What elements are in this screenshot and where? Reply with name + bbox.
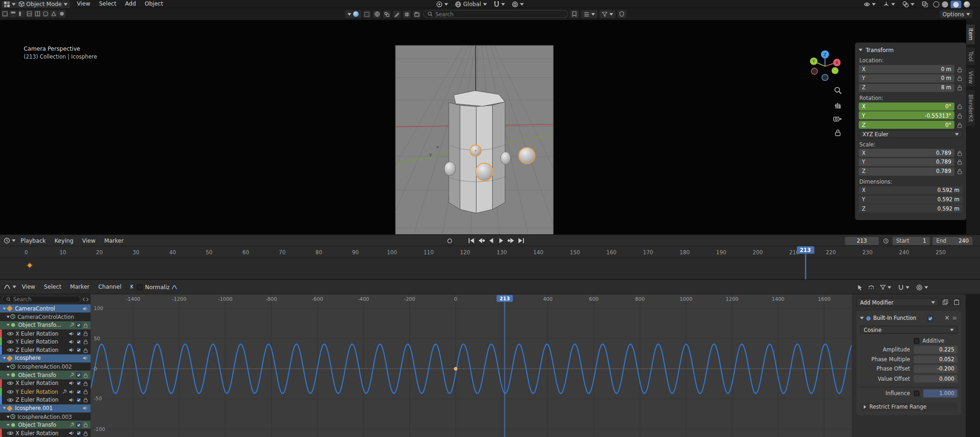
channel-row[interactable]: Object Transfo [0,421,91,429]
timeline-ruler[interactable]: 0102030405060708090100110120130140150160… [0,246,980,258]
function-type-dropdown[interactable]: Cosine [860,325,958,333]
channel-row[interactable]: Object Transfo... [0,321,91,329]
lock-icon[interactable] [957,85,962,91]
channel-row[interactable]: Y Euler Rotation [0,387,91,396]
shading-solid-icon[interactable] [942,1,948,7]
keyframe-marker[interactable] [27,262,33,268]
channel-row[interactable]: Object Transfo [0,371,91,379]
tab-view[interactable]: View [966,67,975,87]
menu-add[interactable]: Add [121,0,140,8]
scale-z-field[interactable]: Z0.789 [859,167,954,175]
xray-toggle[interactable] [920,0,931,8]
modifier-wrench-icon[interactable] [62,389,67,394]
lock-icon[interactable] [957,103,962,109]
channel-search[interactable] [2,296,80,303]
shading-rendered-icon[interactable] [964,1,970,7]
shading-wireframe-icon[interactable] [933,1,939,7]
disclosure-caret-icon[interactable] [7,365,10,368]
tab-blenderkit[interactable]: BlenderKit [966,89,975,127]
lock-view-toggle[interactable] [833,127,843,138]
view-object-types-dropdown[interactable] [861,0,878,8]
channel-row[interactable]: Z Euler Rotation [0,346,91,354]
menu-marker[interactable]: Marker [100,237,128,245]
timeline-editor-type[interactable] [1,237,18,244]
pan-tool[interactable] [833,99,843,110]
phase-offset-field[interactable]: -0.200 [914,365,958,373]
disclosure-caret-icon[interactable] [7,324,10,326]
icosphere-embedded-left[interactable] [444,162,456,176]
editor-corner-icon[interactable] [34,10,41,18]
timeline-track[interactable] [0,258,980,280]
disclosure-caret-icon[interactable] [3,358,6,360]
lock-icon[interactable] [83,322,88,328]
gizmo-neg-y-axis[interactable] [832,67,839,74]
location-x-field[interactable]: X0 m [859,65,954,73]
dimension-x-field[interactable]: X0.592 m [859,186,962,194]
editor-type-select[interactable] [1,0,18,8]
viewport-search[interactable] [423,10,568,18]
proportional-editing-toggle[interactable] [509,0,526,8]
eye-icon[interactable] [7,331,14,336]
channel-row[interactable]: X Euler Rotation [0,429,91,437]
additive-checkbox[interactable] [914,338,920,344]
disclosure-caret-icon[interactable] [7,424,10,426]
drag-handle-icon[interactable]: ≡ [952,315,957,321]
copy-to-selected-icon[interactable] [940,298,950,306]
disclosure-caret-icon[interactable] [7,316,10,318]
prev-keyframe-button[interactable] [476,237,485,245]
collection-icon[interactable] [413,10,421,18]
enable-checkbox-icon[interactable] [76,397,81,403]
lock-icon[interactable] [83,422,88,428]
lock-icon[interactable] [83,372,88,378]
options-button[interactable]: Options [940,10,973,18]
camera-view-toggle[interactable] [833,114,843,124]
lock-icon[interactable] [83,389,88,394]
transform-panel-header[interactable]: Transform [859,45,962,54]
graph-editor-type[interactable] [1,283,19,290]
jump-to-start-button[interactable] [466,237,476,245]
mute-icon[interactable] [69,339,74,344]
rotation-mode-dropdown[interactable]: XYZ Euler [859,130,962,138]
play-button[interactable] [496,237,505,245]
lock-icon[interactable] [957,113,962,119]
proportional-editing-dropdown[interactable] [914,284,931,291]
scale-x-field[interactable]: X0.789 [859,149,954,157]
camera-view[interactable]: x y [395,45,554,234]
influence-checkbox[interactable] [914,391,920,396]
mute-icon[interactable] [69,389,74,394]
channel-row[interactable]: IcosphereAction.002 [0,363,91,371]
amplitude-field[interactable]: 0.225 [914,345,958,353]
lock-icon[interactable] [957,159,962,165]
transform-orientation-dropdown[interactable]: Global [452,0,489,8]
graph-current-frame-badge[interactable]: 213 [497,295,513,302]
rotation-x-field[interactable]: X0° [859,102,954,110]
keyframe-point[interactable] [454,367,457,370]
mute-icon[interactable] [69,348,74,353]
channel-search-input[interactable] [13,296,77,302]
end-frame-field[interactable]: End240 [933,237,973,245]
menu-view[interactable]: View [18,283,40,291]
show-gizmo-toggle[interactable] [881,0,897,8]
modifier-enable-checkbox[interactable] [927,315,933,321]
bookmark-icon[interactable] [570,10,579,18]
influence-slider[interactable]: 1.000 [923,390,958,397]
gizmo-neg-z-axis[interactable] [822,74,828,80]
disclosure-caret-icon[interactable] [7,374,10,376]
modifier-wrench-icon[interactable] [69,372,74,377]
lock-icon[interactable] [83,331,88,336]
mute-icon[interactable] [82,306,88,311]
channel-row[interactable]: Z Euler Rotation [0,396,91,404]
enable-checkbox-icon[interactable] [76,372,81,377]
eye-icon[interactable] [7,389,14,394]
enable-checkbox-icon[interactable] [76,323,81,328]
filter-dropdown[interactable] [599,10,616,18]
mute-icon[interactable] [82,356,88,361]
mute-icon[interactable] [69,381,74,386]
modifier-name[interactable]: Built-In Function [873,315,916,321]
annotation-icon[interactable] [393,10,401,18]
icosphere-embedded-right[interactable] [501,152,511,165]
icosphere-selected-right[interactable] [519,147,535,164]
lock-icon[interactable] [83,347,88,353]
zoom-tool[interactable] [833,85,843,95]
mode-dropdown[interactable]: Object Mode [16,0,70,8]
